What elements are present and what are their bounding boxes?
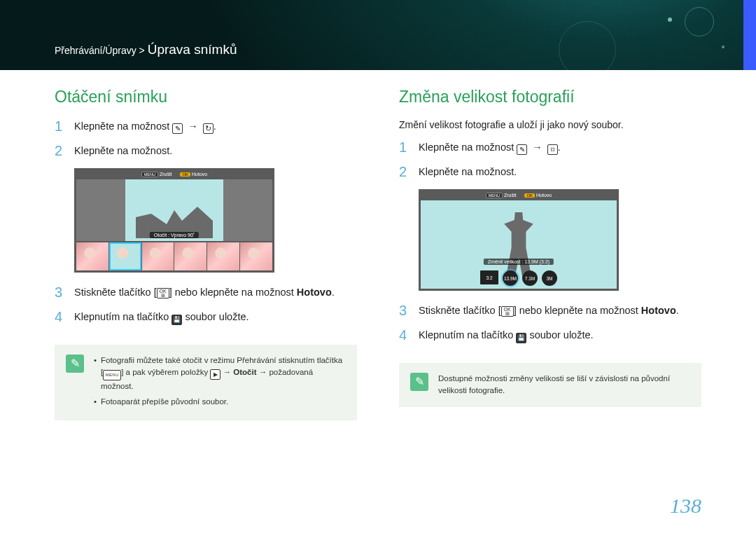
section-title-resize: Změna velikost fotografií	[399, 88, 701, 106]
size-option: 13.9M	[503, 270, 518, 286]
note-text: Dostupné možnosti změny velikosti se liš…	[438, 373, 690, 397]
size-option: 7.1M	[522, 270, 538, 286]
step-2: 2 Klepněte na možnost.	[399, 165, 701, 179]
size-option: 3:2	[480, 270, 498, 284]
resize-intro: Změní velikost fotografie a uloží ji jak…	[399, 119, 701, 130]
menu-icon: MENU	[103, 370, 121, 380]
ok-button-icon	[501, 306, 514, 317]
play-icon	[210, 369, 220, 380]
section-title-rotate: Otáčení snímku	[55, 88, 357, 106]
breadcrumb: Přehrávání/Úpravy > Úprava snímků	[55, 42, 237, 57]
ok-button-icon	[157, 288, 169, 298]
side-tab	[743, 0, 756, 70]
note-box-rotate: Fotografii můžete také otočit v režimu P…	[55, 345, 357, 420]
step-4: 4 Klepnutím na tlačítko soubor uložte.	[399, 328, 701, 343]
step-4: 4 Klepnutím na tlačítko soubor uložte.	[55, 310, 357, 325]
edit-icon	[517, 144, 527, 155]
rotate-caption: Otočit : Vpravo 90˚	[150, 232, 199, 238]
right-column: Změna velikost fotografií Změní velikost…	[399, 88, 701, 420]
step-1: 1 Klepněte na možnost → .	[55, 119, 357, 134]
save-icon	[172, 315, 182, 325]
edit-icon	[172, 123, 183, 134]
note-item: Fotografii můžete také otočit v režimu P…	[94, 355, 346, 393]
step-3: 3 Stiskněte tlačítko [] nebo klepněte na…	[399, 303, 701, 318]
rotate-icon	[203, 123, 214, 134]
size-options: 3:2 13.9M 7.1M 3M	[480, 270, 557, 286]
resize-icon	[547, 144, 558, 155]
thumbnail-strip	[76, 241, 272, 270]
page-header: Přehrávání/Úpravy > Úprava snímků	[0, 0, 756, 70]
size-option: 3M	[542, 270, 557, 286]
step-2: 2 Klepněte na možnost.	[55, 144, 357, 158]
rotate-screenshot: MENU Zrušit OK Hotovo Otočit : Vpravo 90…	[74, 168, 274, 273]
note-pen-icon	[66, 355, 84, 373]
breadcrumb-page: Úprava snímků	[148, 42, 237, 57]
left-column: Otáčení snímku 1 Klepněte na možnost → .…	[55, 88, 357, 420]
step-1: 1 Klepněte na možnost → .	[399, 140, 701, 155]
step-3: 3 Stiskněte tlačítko [] nebo klepněte na…	[55, 285, 357, 300]
resize-caption: Změnit velikost : 13.9M (3:2)	[484, 259, 554, 265]
resize-screenshot: MENU Zrušit OK Hotovo Změnit velikost : …	[419, 189, 619, 291]
note-item: Fotoaparát přepíše původní soubor.	[94, 396, 346, 408]
note-pen-icon	[410, 373, 428, 391]
save-icon	[516, 333, 526, 343]
breadcrumb-path: Přehrávání/Úpravy >	[55, 45, 145, 56]
page-number: 138	[670, 494, 701, 518]
note-box-resize: Dostupné možnosti změny velikosti se liš…	[399, 363, 701, 407]
